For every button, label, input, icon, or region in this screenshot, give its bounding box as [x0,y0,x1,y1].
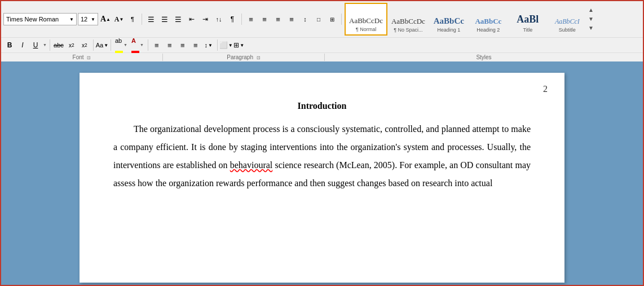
bullets-button[interactable]: ☰ [145,13,157,25]
align-right-button[interactable]: ≡ [272,13,284,25]
document-title[interactable]: Introduction [113,101,531,111]
page-number: 2 [543,84,548,94]
paragraph-expand-icon[interactable]: ⊡ [257,55,261,60]
decrease-indent-button[interactable]: ⇤ [186,13,198,25]
u-dropdown[interactable]: ▼ [43,43,47,47]
borders-button[interactable]: ⊞ [326,13,338,25]
font-color-dropdown[interactable]: ▼ [140,43,144,47]
font-size-dropdown-arrow[interactable]: ▼ [91,17,95,22]
strikethrough-button[interactable]: abc [52,39,65,51]
numbering-button[interactable]: ☰ [158,13,171,25]
style-subtitle[interactable]: AaBbCcI Subtitle [548,3,587,36]
style-normal[interactable]: AaBbCcDc ¶ Normal [345,3,387,36]
justify-btn2[interactable]: ≡ [189,39,202,51]
style-no-spacing[interactable]: AaBbCcDc ¶ No Spaci... [387,3,429,36]
styles-scroll: ▲ ▼ ▼ [587,3,595,36]
spell-check-word: behavioural [230,160,273,170]
sep8 [217,39,218,51]
ribbon: Times New Roman ▼ 12 ▼ A▲ A▼ ¶ ☰ ☰ ☰ ⇤ ⇥… [1,1,643,61]
superscript-button[interactable]: x2 [78,39,91,51]
sep4 [50,39,50,51]
align-center-btn2[interactable]: ≡ [164,39,176,51]
clear-format-button[interactable]: ¶ [126,13,139,25]
font-name-dropdown-arrow[interactable]: ▼ [69,17,74,22]
styles-group-label: Styles [325,54,643,61]
toolbar-row1: Times New Roman ▼ 12 ▼ A▲ A▼ ¶ ☰ ☰ ☰ ⇤ ⇥… [1,1,643,38]
align-left-btn2[interactable]: ≡ [151,39,163,51]
toolbar-labels: Font ⊡ Paragraph ⊡ Styles [1,52,643,61]
highlight-button[interactable]: ab ▼ [113,39,129,51]
separator3 [341,14,342,25]
paragraph-group-label: Paragraph ⊡ [163,54,325,61]
document-area: 2 Introduction The organizational develo… [1,61,643,286]
increase-indent-button[interactable]: ⇥ [199,13,211,25]
shading-button[interactable]: □ [312,13,325,25]
show-marks-button[interactable]: ¶ [226,13,239,25]
bold-button[interactable]: B [3,39,16,51]
align-left-button[interactable]: ≡ [245,13,257,25]
sep7 [148,39,148,51]
sep5 [93,39,94,51]
line-spacing-btn2[interactable]: ↕▼ [202,39,215,51]
toolbar-row2: B I U ▼ abc x2 x2 Aa▼ ab ▼ A ▼ ≡ ≡ ≡ ≡ ↕… [1,38,643,52]
shrink-font-button[interactable]: A▼ [113,13,125,25]
borders-btn2[interactable]: ⊞▼ [233,39,245,51]
font-name-selector[interactable]: Times New Roman ▼ [3,13,77,25]
separator2 [241,14,242,25]
shading-btn2[interactable]: ⬜▼ [220,39,232,51]
line-spacing-button[interactable]: ↕ [299,13,311,25]
style-heading2[interactable]: AaBbCc Heading 2 [469,3,508,36]
underline-button[interactable]: U [29,39,42,51]
style-title[interactable]: AaBl Title [508,3,548,36]
styles-scroll-up[interactable]: ▲ [588,6,594,15]
font-group-label: Font ⊡ [1,54,163,61]
font-color-button[interactable]: A ▼ [130,39,145,51]
italic-button[interactable]: I [16,39,29,51]
document-body[interactable]: The organizational development process i… [113,120,531,192]
subscript-button[interactable]: x2 [65,39,78,51]
align-center-button[interactable]: ≡ [258,13,271,25]
styles-area: AaBbCcDc ¶ Normal AaBbCcDc ¶ No Spaci...… [345,3,641,36]
style-heading1[interactable]: AaBbCc Heading 1 [429,3,469,36]
sep6 [111,39,111,51]
align-right-btn2[interactable]: ≡ [177,39,189,51]
document-page: 2 Introduction The organizational develo… [80,73,564,283]
highlight-dropdown[interactable]: ▼ [123,43,127,47]
justify-button[interactable]: ≡ [285,13,298,25]
font-expand-icon[interactable]: ⊡ [87,55,91,60]
styles-scroll-down[interactable]: ▼ [588,15,594,24]
styles-more[interactable]: ▼ [588,24,594,33]
sort-button[interactable]: ↑↓ [213,13,225,25]
font-size-selector[interactable]: 12 ▼ [78,13,98,25]
change-case-button[interactable]: Aa▼ [96,39,108,51]
multilevel-button[interactable]: ☰ [172,13,184,25]
grow-font-button[interactable]: A▲ [99,13,112,25]
separator1 [142,14,142,25]
